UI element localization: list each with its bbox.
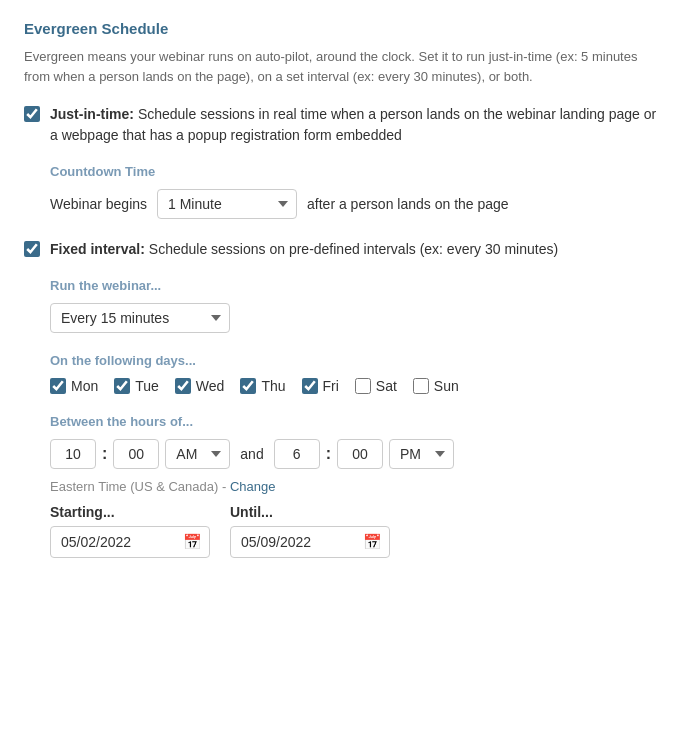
- day-sat: Sat: [355, 378, 397, 394]
- timezone-text: Eastern Time (US & Canada) -: [50, 479, 230, 494]
- fixed-interval-checkbox[interactable]: [24, 241, 40, 257]
- fixed-interval-text: Schedule sessions on pre-defined interva…: [145, 241, 558, 257]
- days-row: Mon Tue Wed Thu Fri Sat: [50, 378, 664, 394]
- starting-group: Starting... 📅: [50, 504, 210, 558]
- start-hour-input[interactable]: [50, 439, 96, 469]
- end-hour-input[interactable]: [274, 439, 320, 469]
- just-in-time-checkbox[interactable]: [24, 106, 40, 122]
- fixed-interval-label: Fixed interval: Schedule sessions on pre…: [50, 239, 558, 260]
- end-min-input[interactable]: [337, 439, 383, 469]
- end-date-input[interactable]: [230, 526, 390, 558]
- just-in-time-section: Just-in-time: Schedule sessions in real …: [24, 104, 664, 219]
- just-in-time-row: Just-in-time: Schedule sessions in real …: [24, 104, 664, 146]
- days-label: On the following days...: [50, 353, 664, 368]
- start-min-input[interactable]: [113, 439, 159, 469]
- day-tue: Tue: [114, 378, 159, 394]
- day-thu-checkbox[interactable]: [240, 378, 256, 394]
- start-date-input[interactable]: [50, 526, 210, 558]
- and-label: and: [240, 446, 263, 462]
- after-label: after a person lands on the page: [307, 196, 509, 212]
- start-ampm-select[interactable]: AM PM: [165, 439, 230, 469]
- timezone-change-link[interactable]: Change: [230, 479, 276, 494]
- countdown-time-subsection: Countdown Time Webinar begins 1 Minute 5…: [50, 164, 664, 219]
- just-in-time-text: Schedule sessions in real time when a pe…: [50, 106, 656, 143]
- fixed-interval-subsection: Run the webinar... Every 5 minutes Every…: [50, 278, 664, 558]
- until-input-wrapper: 📅: [230, 526, 390, 558]
- until-label: Until...: [230, 504, 390, 520]
- just-in-time-label: Just-in-time: Schedule sessions in real …: [50, 104, 664, 146]
- fixed-interval-bold: Fixed interval:: [50, 241, 145, 257]
- day-sun: Sun: [413, 378, 459, 394]
- day-sat-label: Sat: [376, 378, 397, 394]
- day-sat-checkbox[interactable]: [355, 378, 371, 394]
- start-colon: :: [102, 445, 107, 463]
- hours-label: Between the hours of...: [50, 414, 664, 429]
- day-tue-checkbox[interactable]: [114, 378, 130, 394]
- end-colon: :: [326, 445, 331, 463]
- day-fri: Fri: [302, 378, 339, 394]
- timezone-row: Eastern Time (US & Canada) - Change: [50, 479, 664, 494]
- starting-label: Starting...: [50, 504, 210, 520]
- until-group: Until... 📅: [230, 504, 390, 558]
- run-webinar-label: Run the webinar...: [50, 278, 664, 293]
- just-in-time-bold: Just-in-time:: [50, 106, 134, 122]
- day-mon-checkbox[interactable]: [50, 378, 66, 394]
- interval-select[interactable]: 1 Minute 5 Minutes 10 Minutes 15 Minutes…: [157, 189, 297, 219]
- day-mon-label: Mon: [71, 378, 98, 394]
- day-fri-label: Fri: [323, 378, 339, 394]
- page-description: Evergreen means your webinar runs on aut…: [24, 47, 664, 86]
- webinar-begins-label: Webinar begins: [50, 196, 147, 212]
- day-wed-label: Wed: [196, 378, 225, 394]
- page-title: Evergreen Schedule: [24, 20, 664, 37]
- day-fri-checkbox[interactable]: [302, 378, 318, 394]
- fixed-interval-row: Fixed interval: Schedule sessions on pre…: [24, 239, 664, 260]
- day-sun-label: Sun: [434, 378, 459, 394]
- day-thu-label: Thu: [261, 378, 285, 394]
- countdown-title: Countdown Time: [50, 164, 664, 179]
- end-ampm-select[interactable]: AM PM: [389, 439, 454, 469]
- starting-input-wrapper: 📅: [50, 526, 210, 558]
- run-webinar-dropdown-wrapper: Every 5 minutes Every 10 minutes Every 1…: [50, 303, 664, 333]
- webinar-begins-row: Webinar begins 1 Minute 5 Minutes 10 Min…: [50, 189, 664, 219]
- day-wed-checkbox[interactable]: [175, 378, 191, 394]
- day-mon: Mon: [50, 378, 98, 394]
- day-sun-checkbox[interactable]: [413, 378, 429, 394]
- hours-row: : AM PM and : AM PM: [50, 439, 664, 469]
- date-row: Starting... 📅 Until... 📅: [50, 504, 664, 558]
- day-tue-label: Tue: [135, 378, 159, 394]
- run-webinar-select[interactable]: Every 5 minutes Every 10 minutes Every 1…: [50, 303, 230, 333]
- fixed-interval-section: Fixed interval: Schedule sessions on pre…: [24, 239, 664, 558]
- day-wed: Wed: [175, 378, 225, 394]
- day-thu: Thu: [240, 378, 285, 394]
